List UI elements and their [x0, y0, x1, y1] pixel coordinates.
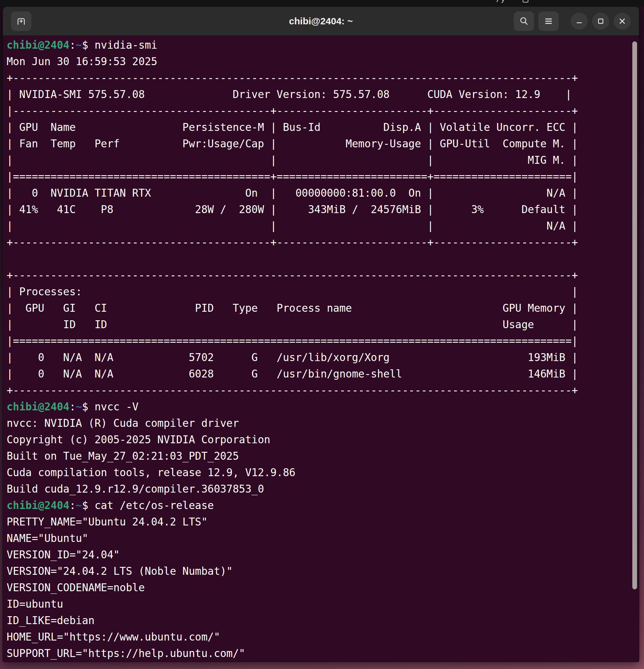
titlebar[interactable]: chibi@2404: ~ — [3, 6, 639, 36]
terminal-line: | GPU Name Persistence-M | Bus-Id Disp.A… — [6, 119, 639, 136]
terminal-line: | Fan Temp Perf Pwr:Usage/Cap | Memory-U… — [6, 136, 639, 152]
terminal-line: | ID ID Usage | — [6, 316, 639, 333]
prompt-user: chibi@2404 — [6, 39, 70, 51]
terminal-line — [6, 251, 639, 267]
terminal-line: | | | N/A | — [6, 218, 639, 234]
new-tab-button[interactable] — [11, 11, 31, 31]
maximize-icon — [597, 17, 605, 25]
terminal-window: chibi@2404: ~ — [2, 6, 639, 662]
top-bar-icon-fragment: /y — [496, 0, 505, 3]
search-icon — [519, 16, 529, 26]
prompt-path: ~ — [76, 401, 82, 413]
terminal-line: Copyright (c) 2005-2025 NVIDIA Corporati… — [6, 431, 639, 448]
terminal-line: | 0 N/A N/A 5702 G /usr/lib/xorg/Xorg 19… — [6, 350, 639, 366]
terminal-line: SUPPORT_URL="https://help.ubuntu.com/" — [6, 645, 639, 662]
terminal-line: |---------------------------------------… — [6, 103, 639, 119]
terminal-line: HOME_URL="https://www.ubuntu.com/" — [6, 629, 639, 645]
terminal-prompt-line: chibi@2404:~$ nvcc -V — [6, 399, 639, 415]
terminal-prompt-line: chibi@2404:~$ cat /etc/os-release — [6, 497, 639, 514]
terminal-line: VERSION_CODENAME=noble — [6, 580, 639, 596]
hamburger-menu-icon — [543, 16, 554, 26]
search-button[interactable] — [514, 11, 534, 31]
terminal-line: nvcc: NVIDIA (R) Cuda compiler driver — [6, 415, 639, 431]
terminal-line: Mon Jun 30 16:59:53 2025 — [6, 54, 639, 70]
terminal-line: +---------------------------------------… — [6, 70, 639, 86]
terminal-output[interactable]: chibi@2404:~$ nvidia-smiMon Jun 30 16:59… — [3, 36, 639, 662]
terminal-line: | GPU GI CI PID Type Process name GPU Me… — [6, 300, 639, 316]
terminal-line: | 0 N/A N/A 6028 G /usr/bin/gnome-shell … — [6, 366, 639, 382]
terminal-line: | NVIDIA-SMI 575.57.08 Driver Version: 5… — [6, 86, 639, 103]
new-tab-icon — [16, 16, 26, 26]
terminal-line: NAME="Ubuntu" — [6, 530, 639, 547]
terminal-line: |=======================================… — [6, 169, 639, 185]
terminal-line: ID_LIKE=debian — [6, 612, 639, 629]
top-bar-window-icon-fragment — [523, 0, 528, 2]
terminal-line: |=======================================… — [6, 333, 639, 350]
terminal-line: ID=ubuntu — [6, 596, 639, 612]
terminal-line: VERSION_ID="24.04" — [6, 547, 639, 563]
minimize-icon — [575, 17, 583, 25]
terminal-line: | | | MIG M. | — [6, 152, 639, 169]
terminal-line: VERSION="24.04.2 LTS (Noble Numbat)" — [6, 563, 639, 580]
terminal-line: PRETTY_NAME="Ubuntu 24.04.2 LTS" — [6, 514, 639, 530]
prompt-path: ~ — [76, 499, 82, 512]
terminal-line: +---------------------------------------… — [6, 234, 639, 251]
desktop-top-strip: /y — [0, 0, 644, 6]
terminal-line: +---------------------------------------… — [6, 267, 639, 284]
terminal-line: | 0 NVIDIA TITAN RTX On | 00000000:81:00… — [6, 185, 639, 201]
terminal-line: Cuda compilation tools, release 12.9, V1… — [6, 465, 639, 481]
prompt-user: chibi@2404 — [6, 499, 70, 512]
menu-button[interactable] — [539, 11, 559, 31]
scrollbar-thumb[interactable] — [632, 41, 637, 589]
prompt-path: ~ — [76, 39, 82, 51]
terminal-line: | 41% 41C P8 28W / 280W | 343MiB / 24576… — [6, 201, 639, 218]
terminal-line: | Processes: | — [6, 284, 639, 300]
maximize-button[interactable] — [592, 13, 609, 30]
terminal-line: +---------------------------------------… — [6, 382, 639, 399]
terminal-line: Build cuda_12.9.r12.9/compiler.36037853_… — [6, 481, 639, 497]
terminal-line: Built on Tue_May_27_02:21:03_PDT_2025 — [6, 448, 639, 465]
close-button[interactable] — [614, 13, 631, 30]
terminal-prompt-line: chibi@2404:~$ nvidia-smi — [6, 37, 639, 54]
prompt-user: chibi@2404 — [6, 401, 70, 413]
minimize-button[interactable] — [571, 13, 588, 30]
close-icon — [618, 17, 626, 25]
